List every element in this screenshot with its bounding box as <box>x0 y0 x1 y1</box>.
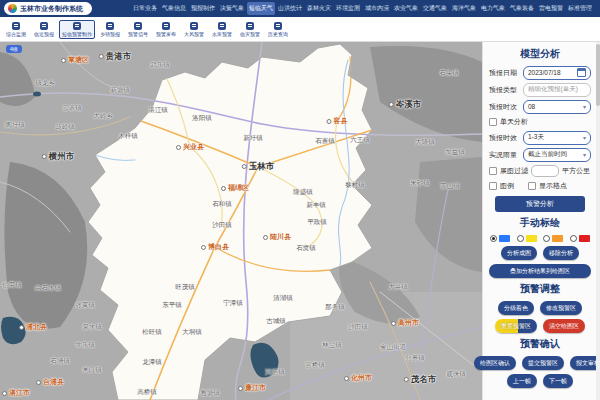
top-menu-item-1[interactable]: 气象信息 <box>160 2 188 15</box>
map-label-town-27: 新圩镇 <box>243 134 263 143</box>
warning-analysis-button[interactable]: 预警分析 <box>495 196 585 212</box>
app-logo-pill[interactable]: 玉林市业务制作系统 <box>4 2 92 15</box>
top-menu-item-3[interactable]: 决策气象 <box>218 2 246 15</box>
map-label-town-49: 旺茂镇 <box>175 283 195 292</box>
confirm-button-1[interactable]: 提交预警区 <box>522 356 564 370</box>
map-label-town-62: 分界镇 <box>405 354 425 363</box>
tab-6[interactable]: 大风预警 <box>181 20 207 39</box>
map-canvas[interactable]: 4级 贵港市玉林市岑溪市茂名市横州市覃塘区兴业县容县福绵区陆川县博白县合浦县浦北… <box>0 42 482 400</box>
map-label-city-1: 玉林市 <box>242 161 275 173</box>
frame-nav-buttons: 上一帧下一帧 <box>489 374 591 388</box>
map-label-town-37: 新丰镇 <box>306 201 326 210</box>
top-menu-item-11[interactable]: 海洋气象 <box>450 2 478 15</box>
tab-7[interactable]: 水库预警 <box>209 20 235 39</box>
tab-5[interactable]: 预警发布 <box>153 20 179 39</box>
forecast-validity-select[interactable]: 1-3天 ▾ <box>523 131 591 145</box>
tab-label: 综合监测 <box>6 31 26 37</box>
place-dot-icon <box>61 58 66 63</box>
forecast-time-select[interactable]: 08 ▾ <box>523 100 591 114</box>
map-label-town-51: 松旺镇 <box>142 328 162 337</box>
tab-1[interactable]: 临近预报 <box>31 20 57 39</box>
map-label-town-34: 朱砂镇 <box>410 179 430 188</box>
top-menu-item-15[interactable]: 标准管理 <box>566 2 594 15</box>
map-zoom-level-badge[interactable]: 4级 <box>6 45 22 53</box>
rain-select[interactable]: 截止当前时间 ▾ <box>523 148 591 162</box>
radio-icon <box>570 235 577 242</box>
place-dot-icon <box>2 391 7 396</box>
grid-points-label: 显示格点 <box>539 181 567 191</box>
filter-checkbox[interactable] <box>489 167 497 175</box>
forecast-date-input[interactable]: 2023/07/18 <box>523 66 591 80</box>
legend-checkbox[interactable] <box>489 182 497 190</box>
forecast-validity-value: 1-3天 <box>528 133 544 142</box>
tab-9[interactable]: 历史查询 <box>265 20 291 39</box>
document-icon <box>190 22 198 30</box>
adjust-button-0[interactable]: 分级着色 <box>498 301 534 315</box>
map-label-county-9: 陆川县 <box>263 232 291 242</box>
single-day-checkbox[interactable] <box>489 118 497 126</box>
tab-3[interactable]: 乡镇预报 <box>97 20 123 39</box>
map-label-town-31: 大隆镇 <box>415 138 435 147</box>
top-menu-item-0[interactable]: 日常业务 <box>131 2 159 15</box>
map-label-town-54: 宁潭镇 <box>223 299 243 308</box>
adjust-button-3[interactable]: 清空绘图区 <box>543 319 585 333</box>
grid-points-checkbox[interactable] <box>528 182 536 190</box>
map-label-town-39: 石窝镇 <box>296 244 316 253</box>
tab-label: 短临预警制作 <box>62 31 92 37</box>
map-label-county-6: 兴业县 <box>176 142 204 152</box>
frame-nav-button-0[interactable]: 上一帧 <box>507 374 537 388</box>
plot-color-radio-0[interactable] <box>490 235 510 242</box>
chevron-down-icon: ▾ <box>583 152 586 158</box>
place-dot-icon <box>201 245 206 250</box>
map-label-town-40: 石和镇 <box>212 200 232 209</box>
top-menu-item-9[interactable]: 农业气象 <box>392 2 420 15</box>
top-menu-item-10[interactable]: 交通气象 <box>421 2 449 15</box>
adjust-button-1[interactable]: 修改预警区 <box>540 301 582 315</box>
adjust-button-2[interactable]: 重置预警区 <box>495 319 537 333</box>
map-label-town-60: 林尘镇 <box>322 341 342 350</box>
top-menu-item-6[interactable]: 森林火灾 <box>305 2 333 15</box>
document-icon <box>218 22 226 30</box>
forecast-type-value: 精细化预报(单天) <box>528 85 578 94</box>
tab-4[interactable]: 预警信号 <box>125 20 151 39</box>
tab-0[interactable]: 综合监测 <box>3 20 29 39</box>
map-label-town-25: 马岭镇 <box>55 123 75 132</box>
sidebar-scrollbar-thumb[interactable] <box>596 44 600 106</box>
top-menu-item-7[interactable]: 环境监测 <box>334 2 362 15</box>
map-label-town-24: 陶圩镇 <box>5 121 25 130</box>
top-menu-item-5[interactable]: 山洪统计 <box>276 2 304 15</box>
map-label-town-64: 河唇镇 <box>265 368 285 377</box>
overlay-result-button[interactable]: 叠加分析结果到绘图区 <box>489 264 591 278</box>
map-label-county-11: 合浦县 <box>36 377 64 387</box>
plot-color-radio-1[interactable] <box>517 235 537 242</box>
top-menu-item-8[interactable]: 城市内涝 <box>363 2 391 15</box>
tab-2[interactable]: 短临预警制作 <box>59 20 95 39</box>
color-swatch <box>579 235 590 242</box>
top-menu-item-12[interactable]: 电力气象 <box>479 2 507 15</box>
top-menu-item-2[interactable]: 预报制作 <box>189 2 217 15</box>
document-icon <box>40 22 48 30</box>
forecast-validity-label: 预报时效 <box>489 133 520 143</box>
radio-icon <box>490 235 497 242</box>
top-menu-item-14[interactable]: 雷电预警 <box>537 2 565 15</box>
map-label-city-2: 岑溪市 <box>389 99 422 111</box>
app-logo-icon <box>8 4 17 13</box>
map-label-county-7: 容县 <box>327 116 348 126</box>
map-label-town-57: 古城镇 <box>266 317 286 326</box>
map-label-town-67: 高桥镇 <box>137 388 157 397</box>
filter-area-input[interactable] <box>531 165 559 177</box>
top-menu-item-4[interactable]: 短临天气 <box>247 2 275 15</box>
place-dot-icon <box>99 54 104 59</box>
forecast-type-input: 精细化预报(单天) <box>523 83 591 97</box>
top-menu-item-13[interactable]: 气象装备 <box>508 2 536 15</box>
tab-label: 预警信号 <box>128 31 148 37</box>
manual-button-1[interactable]: 移除分析 <box>543 246 579 260</box>
place-dot-icon <box>404 377 409 382</box>
tab-label: 临灾预警 <box>240 31 260 37</box>
document-icon <box>162 22 170 30</box>
manual-button-0[interactable]: 分析成图 <box>501 246 537 260</box>
frame-nav-button-1[interactable]: 下一帧 <box>543 374 573 388</box>
tab-8[interactable]: 临灾预警 <box>237 20 263 39</box>
plot-color-radio-2[interactable] <box>543 235 563 242</box>
plot-color-radio-3[interactable] <box>570 235 590 242</box>
